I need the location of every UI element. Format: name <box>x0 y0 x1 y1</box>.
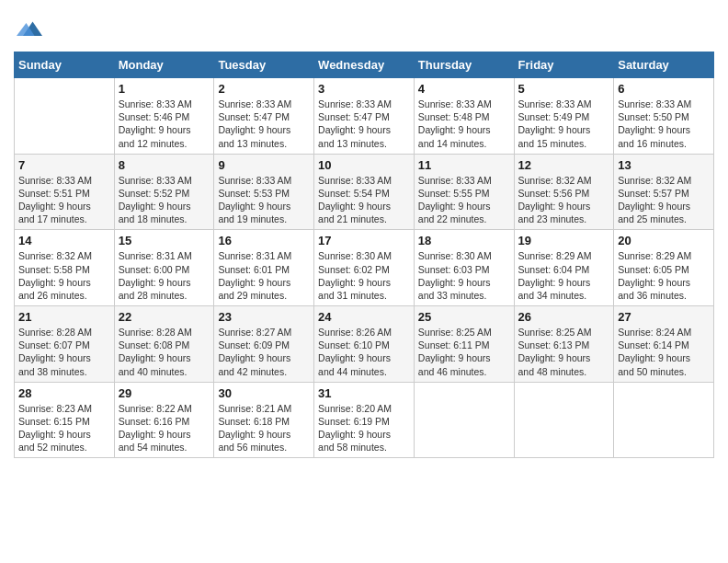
day-cell: 18Sunrise: 8:30 AM Sunset: 6:03 PM Dayli… <box>414 230 514 306</box>
day-number: 19 <box>518 234 610 247</box>
week-row-3: 14Sunrise: 8:32 AM Sunset: 5:58 PM Dayli… <box>15 230 714 306</box>
calendar-body: 1Sunrise: 8:33 AM Sunset: 5:46 PM Daylig… <box>15 78 714 458</box>
day-number: 23 <box>218 310 310 324</box>
day-cell: 28Sunrise: 8:23 AM Sunset: 6:15 PM Dayli… <box>15 382 115 458</box>
column-header-tuesday: Tuesday <box>214 52 314 78</box>
day-info: Sunrise: 8:27 AM Sunset: 6:09 PM Dayligh… <box>218 326 310 378</box>
day-info: Sunrise: 8:25 AM Sunset: 6:11 PM Dayligh… <box>418 326 510 378</box>
day-info: Sunrise: 8:28 AM Sunset: 6:07 PM Dayligh… <box>18 326 110 378</box>
column-header-sunday: Sunday <box>15 52 115 78</box>
week-row-1: 1Sunrise: 8:33 AM Sunset: 5:46 PM Daylig… <box>15 78 714 155</box>
day-cell: 27Sunrise: 8:24 AM Sunset: 6:14 PM Dayli… <box>614 306 714 383</box>
day-info: Sunrise: 8:29 AM Sunset: 6:05 PM Dayligh… <box>618 249 710 302</box>
day-cell <box>514 382 614 458</box>
day-number: 4 <box>418 82 510 96</box>
day-info: Sunrise: 8:32 AM Sunset: 5:58 PM Dayligh… <box>18 249 110 302</box>
day-number: 31 <box>318 386 410 400</box>
day-number: 21 <box>18 310 110 324</box>
day-cell: 1Sunrise: 8:33 AM Sunset: 5:46 PM Daylig… <box>114 78 214 155</box>
column-header-friday: Friday <box>514 52 614 78</box>
page-container: SundayMondayTuesdayWednesdayThursdayFrid… <box>0 0 728 467</box>
day-info: Sunrise: 8:33 AM Sunset: 5:52 PM Dayligh… <box>119 174 210 226</box>
day-info: Sunrise: 8:33 AM Sunset: 5:49 PM Dayligh… <box>518 98 610 150</box>
day-info: Sunrise: 8:33 AM Sunset: 5:53 PM Dayligh… <box>218 174 310 226</box>
day-cell: 5Sunrise: 8:33 AM Sunset: 5:49 PM Daylig… <box>514 78 614 155</box>
day-number: 10 <box>318 158 410 172</box>
day-cell: 4Sunrise: 8:33 AM Sunset: 5:48 PM Daylig… <box>414 78 514 155</box>
day-info: Sunrise: 8:22 AM Sunset: 6:16 PM Dayligh… <box>119 402 210 454</box>
day-info: Sunrise: 8:33 AM Sunset: 5:48 PM Dayligh… <box>418 98 510 150</box>
day-cell: 8Sunrise: 8:33 AM Sunset: 5:52 PM Daylig… <box>114 154 214 230</box>
day-info: Sunrise: 8:31 AM Sunset: 6:00 PM Dayligh… <box>119 249 210 302</box>
day-info: Sunrise: 8:29 AM Sunset: 6:04 PM Dayligh… <box>518 249 610 302</box>
day-cell: 19Sunrise: 8:29 AM Sunset: 6:04 PM Dayli… <box>514 230 614 306</box>
column-header-saturday: Saturday <box>614 52 714 78</box>
column-header-monday: Monday <box>114 52 214 78</box>
logo-icon <box>17 17 42 42</box>
day-number: 25 <box>418 310 510 324</box>
day-cell: 12Sunrise: 8:32 AM Sunset: 5:56 PM Dayli… <box>514 154 614 230</box>
week-row-2: 7Sunrise: 8:33 AM Sunset: 5:51 PM Daylig… <box>15 154 714 230</box>
day-info: Sunrise: 8:33 AM Sunset: 5:55 PM Dayligh… <box>418 174 510 226</box>
day-cell: 2Sunrise: 8:33 AM Sunset: 5:47 PM Daylig… <box>214 78 314 155</box>
day-number: 7 <box>18 158 110 172</box>
day-cell: 17Sunrise: 8:30 AM Sunset: 6:02 PM Dayli… <box>314 230 415 306</box>
day-cell: 29Sunrise: 8:22 AM Sunset: 6:16 PM Dayli… <box>114 382 214 458</box>
day-number: 15 <box>119 234 210 247</box>
day-cell: 30Sunrise: 8:21 AM Sunset: 6:18 PM Dayli… <box>214 382 314 458</box>
day-number: 20 <box>618 234 710 247</box>
day-number: 14 <box>18 234 110 247</box>
day-info: Sunrise: 8:33 AM Sunset: 5:54 PM Dayligh… <box>318 174 410 226</box>
day-number: 6 <box>618 82 710 96</box>
day-number: 26 <box>518 310 610 324</box>
day-info: Sunrise: 8:24 AM Sunset: 6:14 PM Dayligh… <box>618 326 710 378</box>
day-cell: 31Sunrise: 8:20 AM Sunset: 6:19 PM Dayli… <box>314 382 415 458</box>
day-info: Sunrise: 8:30 AM Sunset: 6:02 PM Dayligh… <box>318 249 410 302</box>
day-info: Sunrise: 8:30 AM Sunset: 6:03 PM Dayligh… <box>418 249 510 302</box>
day-cell: 10Sunrise: 8:33 AM Sunset: 5:54 PM Dayli… <box>314 154 415 230</box>
day-number: 12 <box>518 158 610 172</box>
day-cell: 3Sunrise: 8:33 AM Sunset: 5:47 PM Daylig… <box>314 78 415 155</box>
day-number: 1 <box>119 82 210 96</box>
day-number: 18 <box>418 234 510 247</box>
week-row-4: 21Sunrise: 8:28 AM Sunset: 6:07 PM Dayli… <box>15 306 714 383</box>
calendar-header-row: SundayMondayTuesdayWednesdayThursdayFrid… <box>15 52 714 78</box>
day-number: 5 <box>518 82 610 96</box>
day-number: 29 <box>119 386 210 400</box>
day-info: Sunrise: 8:20 AM Sunset: 6:19 PM Dayligh… <box>318 402 410 454</box>
day-info: Sunrise: 8:33 AM Sunset: 5:47 PM Dayligh… <box>218 98 310 150</box>
day-info: Sunrise: 8:33 AM Sunset: 5:50 PM Dayligh… <box>618 98 710 150</box>
day-cell: 25Sunrise: 8:25 AM Sunset: 6:11 PM Dayli… <box>414 306 514 383</box>
day-number: 8 <box>119 158 210 172</box>
day-info: Sunrise: 8:32 AM Sunset: 5:56 PM Dayligh… <box>518 174 610 226</box>
day-cell: 7Sunrise: 8:33 AM Sunset: 5:51 PM Daylig… <box>15 154 115 230</box>
day-number: 11 <box>418 158 510 172</box>
day-info: Sunrise: 8:26 AM Sunset: 6:10 PM Dayligh… <box>318 326 410 378</box>
day-cell: 22Sunrise: 8:28 AM Sunset: 6:08 PM Dayli… <box>114 306 214 383</box>
day-info: Sunrise: 8:25 AM Sunset: 6:13 PM Dayligh… <box>518 326 610 378</box>
day-number: 16 <box>218 234 310 247</box>
day-cell: 26Sunrise: 8:25 AM Sunset: 6:13 PM Dayli… <box>514 306 614 383</box>
day-number: 9 <box>218 158 310 172</box>
day-cell <box>414 382 514 458</box>
day-info: Sunrise: 8:21 AM Sunset: 6:18 PM Dayligh… <box>218 402 310 454</box>
day-cell <box>614 382 714 458</box>
day-cell: 11Sunrise: 8:33 AM Sunset: 5:55 PM Dayli… <box>414 154 514 230</box>
logo <box>14 18 42 42</box>
day-number: 17 <box>318 234 410 247</box>
day-number: 22 <box>119 310 210 324</box>
day-cell: 9Sunrise: 8:33 AM Sunset: 5:53 PM Daylig… <box>214 154 314 230</box>
day-info: Sunrise: 8:32 AM Sunset: 5:57 PM Dayligh… <box>618 174 710 226</box>
day-cell: 24Sunrise: 8:26 AM Sunset: 6:10 PM Dayli… <box>314 306 415 383</box>
day-cell: 16Sunrise: 8:31 AM Sunset: 6:01 PM Dayli… <box>214 230 314 306</box>
day-cell: 15Sunrise: 8:31 AM Sunset: 6:00 PM Dayli… <box>114 230 214 306</box>
day-cell: 20Sunrise: 8:29 AM Sunset: 6:05 PM Dayli… <box>614 230 714 306</box>
day-info: Sunrise: 8:33 AM Sunset: 5:47 PM Dayligh… <box>318 98 410 150</box>
column-header-thursday: Thursday <box>414 52 514 78</box>
day-number: 3 <box>318 82 410 96</box>
day-cell: 13Sunrise: 8:32 AM Sunset: 5:57 PM Dayli… <box>614 154 714 230</box>
column-header-wednesday: Wednesday <box>314 52 415 78</box>
day-number: 27 <box>618 310 710 324</box>
day-number: 13 <box>618 158 710 172</box>
day-cell <box>15 78 115 155</box>
